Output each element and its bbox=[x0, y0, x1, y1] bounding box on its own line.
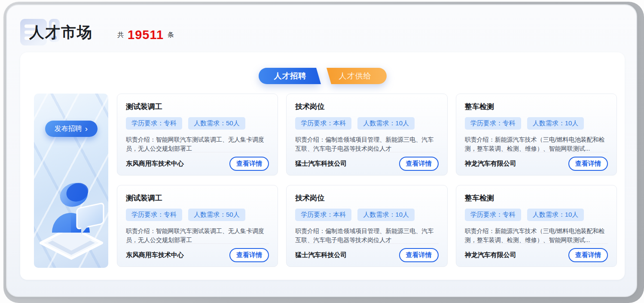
job-title: 测试装调工 bbox=[126, 102, 269, 112]
view-detail-button[interactable]: 查看详情 bbox=[568, 157, 608, 171]
job-footer: 猛士汽车科技公司 查看详情 bbox=[295, 243, 438, 267]
person-with-screen-illustration bbox=[37, 164, 105, 263]
job-footer: 东风商用车技术中心 查看详情 bbox=[126, 152, 269, 175]
tab-talent-recruit[interactable]: 人才招聘 bbox=[258, 67, 323, 85]
tab-supply-label: 人才供给 bbox=[339, 71, 372, 81]
company-name: 猛士汽车科技公司 bbox=[295, 160, 347, 168]
tag-row: 学历要求：专科 人数需求：10人 bbox=[465, 117, 608, 130]
tag-row: 学历要求：专科 人数需求：50人 bbox=[126, 209, 269, 221]
count-prefix: 共 bbox=[117, 31, 124, 39]
count-number: 19511 bbox=[128, 28, 164, 42]
tab-bar: 人才招聘 人才供给 bbox=[258, 67, 387, 85]
job-card: 技术岗位 学历要求：本科 人数需求：10人 职责介绍：偏制造领域项目管理、新能源… bbox=[286, 185, 447, 267]
count-suffix: 条 bbox=[168, 31, 174, 39]
tag-row: 学历要求：本科 人数需求：10人 bbox=[295, 117, 438, 130]
page-title: 人才市场 bbox=[29, 22, 93, 42]
job-card: 测试装调工 学历要求：专科 人数需求：50人 职责介绍：智能网联汽车测试装调工、… bbox=[117, 185, 278, 267]
chevron-right-icon: › bbox=[85, 124, 88, 133]
education-tag: 学历要求：本科 bbox=[295, 117, 351, 130]
headcount-tag: 人数需求：50人 bbox=[188, 209, 245, 221]
job-title: 技术岗位 bbox=[295, 193, 438, 203]
app-window: 人才市场 共 19511 条 bbox=[6, 4, 637, 297]
education-tag: 学历要求：专科 bbox=[126, 117, 182, 130]
view-detail-button[interactable]: 查看详情 bbox=[229, 157, 269, 171]
education-tag: 学历要求：专科 bbox=[126, 209, 182, 221]
headcount-tag: 人数需求：50人 bbox=[188, 117, 245, 130]
job-footer: 神龙汽车有限公司 查看详情 bbox=[465, 243, 608, 267]
company-name: 神龙汽车有限公司 bbox=[465, 160, 516, 168]
job-description: 职责介绍：智能网联汽车测试装调工、无人集卡调度员，无人公交规划部署工 bbox=[126, 135, 269, 153]
company-name: 猛士汽车科技公司 bbox=[295, 251, 347, 259]
job-footer: 东风商用车技术中心 查看详情 bbox=[126, 243, 269, 267]
page-header: 人才市场 共 19511 条 bbox=[20, 16, 174, 46]
tab-talent-supply[interactable]: 人才供给 bbox=[324, 67, 387, 85]
company-name: 东风商用车技术中心 bbox=[126, 160, 184, 168]
logo-wrap: 人才市场 bbox=[20, 18, 89, 46]
job-description: 职责介绍：偏制造领域项目管理、新能源三电、汽车互联、汽车电子电器等技术岗位人才 bbox=[295, 227, 438, 245]
headcount-tag: 人数需求：10人 bbox=[357, 209, 415, 221]
job-card: 测试装调工 学历要求：专科 人数需求：50人 职责介绍：智能网联汽车测试装调工、… bbox=[117, 94, 278, 176]
job-description: 职责介绍：智能网联汽车测试装调工、无人集卡调度员，无人公交规划部署工 bbox=[126, 227, 269, 245]
company-name: 神龙汽车有限公司 bbox=[465, 251, 516, 259]
main-panel: 人才招聘 人才供给 bbox=[20, 52, 625, 280]
job-description: 职责介绍：新能源汽车技术（三电/燃料电池装配和检测，整车装调、检测、维修）、智能… bbox=[465, 227, 608, 245]
tag-row: 学历要求：专科 人数需求：50人 bbox=[126, 117, 269, 130]
education-tag: 学历要求：本科 bbox=[295, 209, 351, 221]
total-count: 共 19511 条 bbox=[117, 28, 174, 42]
publish-recruitment-button[interactable]: 发布招聘 › bbox=[45, 121, 98, 137]
job-title: 测试装调工 bbox=[126, 193, 269, 203]
view-detail-button[interactable]: 查看详情 bbox=[229, 248, 269, 262]
company-name: 东风商用车技术中心 bbox=[126, 251, 184, 259]
job-footer: 神龙汽车有限公司 查看详情 bbox=[465, 152, 608, 175]
job-title: 整车检测 bbox=[465, 102, 608, 112]
view-detail-button[interactable]: 查看详情 bbox=[568, 248, 608, 262]
view-detail-button[interactable]: 查看详情 bbox=[399, 157, 439, 171]
education-tag: 学历要求：专科 bbox=[465, 209, 521, 221]
job-title: 技术岗位 bbox=[295, 102, 438, 112]
job-description: 职责介绍：新能源汽车技术（三电/燃料电池装配和检测，整车装调、检测、维修）、智能… bbox=[465, 135, 608, 153]
publish-button-label: 发布招聘 bbox=[55, 124, 82, 133]
tab-recruit-label: 人才招聘 bbox=[274, 71, 307, 81]
headcount-tag: 人数需求：10人 bbox=[527, 117, 584, 130]
job-card-grid: 测试装调工 学历要求：专科 人数需求：50人 职责介绍：智能网联汽车测试装调工、… bbox=[117, 94, 617, 267]
job-card: 整车检测 学历要求：专科 人数需求：10人 职责介绍：新能源汽车技术（三电/燃料… bbox=[456, 185, 617, 267]
education-tag: 学历要求：专科 bbox=[465, 117, 521, 130]
job-title: 整车检测 bbox=[465, 193, 608, 203]
job-description: 职责介绍：偏制造领域项目管理、新能源三电、汽车互联、汽车电子电器等技术岗位人才 bbox=[295, 135, 438, 153]
job-card: 整车检测 学历要求：专科 人数需求：10人 职责介绍：新能源汽车技术（三电/燃料… bbox=[456, 94, 617, 176]
tag-row: 学历要求：本科 人数需求：10人 bbox=[295, 209, 438, 221]
tag-row: 学历要求：专科 人数需求：10人 bbox=[465, 209, 608, 221]
view-detail-button[interactable]: 查看详情 bbox=[399, 248, 439, 262]
recruiter-illustration-panel: 发布招聘 › bbox=[34, 94, 108, 268]
job-footer: 猛士汽车科技公司 查看详情 bbox=[295, 152, 438, 175]
headcount-tag: 人数需求：10人 bbox=[357, 117, 415, 130]
job-card: 技术岗位 学历要求：本科 人数需求：10人 职责介绍：偏制造领域项目管理、新能源… bbox=[286, 94, 447, 176]
headcount-tag: 人数需求：10人 bbox=[527, 209, 584, 221]
